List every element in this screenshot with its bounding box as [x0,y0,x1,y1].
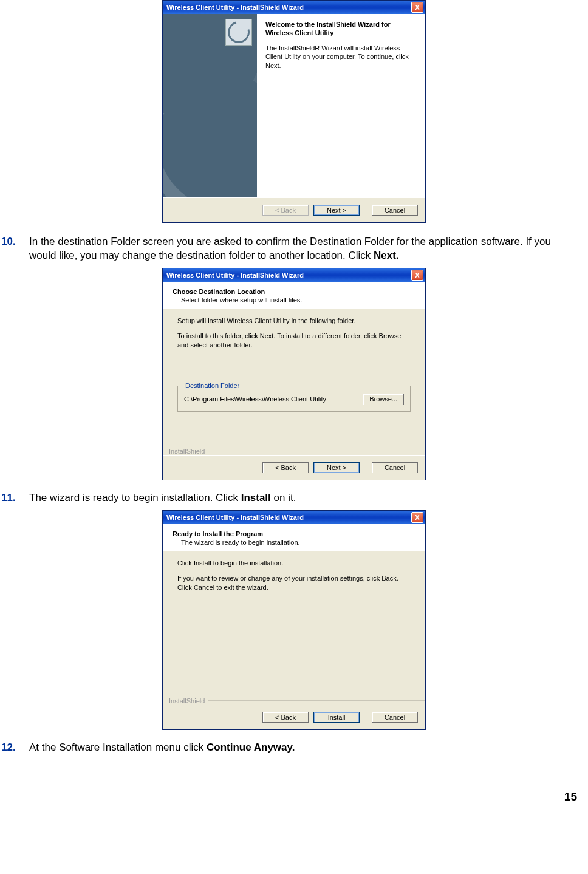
destination-path: C:\Program Files\Wireless\Wireless Clien… [184,395,357,404]
step-text-part: The wizard is ready to begin installatio… [29,492,241,504]
header-title: Ready to Install the Program [173,530,415,538]
installshield-text: InstallShield [169,697,205,705]
wizard-sidebar-graphic [163,14,257,197]
wizard-body: Setup will install Wireless Client Utili… [163,309,425,448]
cancel-button[interactable]: Cancel [372,462,418,473]
installshield-label: InstallShield [163,448,425,455]
step-text: In the destination Folder screen you are… [29,235,576,263]
step-text-bold: Continue Anyway. [207,742,295,753]
body-paragraph: Click Install to begin the installation. [177,559,411,568]
wizard-header: Choose Destination Location Select folde… [163,282,425,309]
header-subtitle: The wizard is ready to begin installatio… [181,539,415,546]
figure-ready-install: Wireless Client Utility - InstallShield … [0,510,588,730]
titlebar: Wireless Client Utility - InstallShield … [163,511,425,524]
next-button[interactable]: Next > [313,462,360,473]
step-10: 10. In the destination Folder screen you… [0,235,576,263]
cancel-button[interactable]: Cancel [372,712,418,723]
wizard-body: Welcome to the InstallShield Wizard for … [163,14,425,197]
body-paragraph: If you want to review or change any of y… [177,574,411,592]
figure-welcome: Wireless Client Utility - InstallShield … [0,0,588,223]
back-button[interactable]: < Back [262,462,309,473]
installshield-text: InstallShield [169,448,205,455]
figure-destination: Wireless Client Utility - InstallShield … [0,268,588,480]
cancel-button[interactable]: Cancel [372,205,418,216]
header-title: Choose Destination Location [173,288,415,295]
back-button: < Back [262,205,309,216]
back-button[interactable]: < Back [262,712,309,723]
step-text: At the Software Installation menu click … [29,741,576,755]
close-icon[interactable]: X [411,270,423,281]
wizard-window: Wireless Client Utility - InstallShield … [162,268,426,480]
window-title: Wireless Client Utility - InstallShield … [166,514,411,521]
button-row: < Back Next > Cancel [163,455,425,480]
button-row: < Back Install Cancel [163,705,425,729]
step-text-part: In the destination Folder screen you are… [29,236,551,261]
close-icon[interactable]: X [411,512,423,523]
welcome-paragraph: The InstallShieldR Wizard will install W… [265,44,417,71]
step-11: 11. The wizard is ready to begin install… [0,491,576,505]
body-paragraph: To install to this folder, click Next. T… [177,332,411,350]
step-text: The wizard is ready to begin installatio… [29,491,576,505]
step-number: 11. [0,491,29,505]
wizard-window: Wireless Client Utility - InstallShield … [162,0,426,223]
destination-folder-group: Destination Folder C:\Program Files\Wire… [177,386,411,412]
step-text-part: At the Software Installation menu click [29,742,207,753]
installshield-logo-icon [225,19,252,46]
install-button[interactable]: Install [313,712,360,723]
header-subtitle: Select folder where setup will install f… [181,296,415,304]
titlebar: Wireless Client Utility - InstallShield … [163,268,425,282]
step-text-bold: Next. [374,250,399,261]
installshield-label: InstallShield [163,697,425,705]
step-12: 12. At the Software Installation menu cl… [0,741,576,755]
button-row: < Back Next > Cancel [163,197,425,222]
page-number: 15 [0,760,588,804]
titlebar: Wireless Client Utility - InstallShield … [163,1,425,14]
wizard-body: Click Install to begin the installation.… [163,551,425,697]
wizard-window: Wireless Client Utility - InstallShield … [162,510,426,730]
window-title: Wireless Client Utility - InstallShield … [166,271,411,279]
browse-button[interactable]: Browse... [363,394,404,405]
step-text-part: on it. [271,492,296,504]
step-text-bold: Install [241,492,271,504]
wizard-header: Ready to Install the Program The wizard … [163,524,425,551]
group-legend: Destination Folder [183,381,242,391]
body-paragraph: Setup will install Wireless Client Utili… [177,316,411,326]
step-number: 12. [0,741,29,755]
close-icon[interactable]: X [411,2,423,13]
next-button[interactable]: Next > [313,205,360,216]
wizard-content: Welcome to the InstallShield Wizard for … [257,14,425,197]
window-title: Wireless Client Utility - InstallShield … [166,4,411,11]
step-number: 10. [0,235,29,263]
welcome-heading: Welcome to the InstallShield Wizard for … [265,20,417,38]
